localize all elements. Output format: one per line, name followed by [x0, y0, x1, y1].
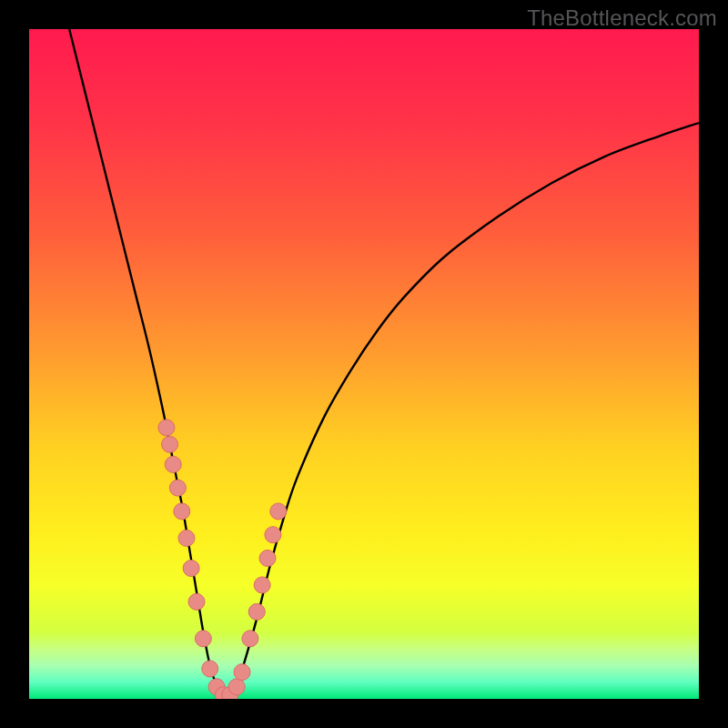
sample-point — [234, 664, 250, 681]
outer-frame: TheBottleneck.com — [0, 0, 728, 728]
sample-point — [270, 503, 287, 520]
sample-point — [248, 603, 265, 620]
sample-point — [174, 503, 190, 520]
bottleneck-chart — [29, 29, 699, 699]
gradient-background — [29, 29, 699, 699]
sample-point — [165, 456, 181, 472]
sample-point — [254, 577, 270, 593]
sample-point — [259, 550, 276, 566]
sample-point — [242, 631, 258, 647]
chart-area — [29, 29, 699, 699]
sample-point — [183, 560, 199, 576]
sample-point — [188, 593, 205, 610]
sample-point — [265, 527, 281, 543]
sample-point — [169, 480, 186, 496]
watermark-text: TheBottleneck.com — [527, 5, 717, 31]
sample-point — [178, 530, 195, 546]
sample-point — [162, 436, 178, 452]
sample-point — [158, 420, 175, 436]
sample-point — [195, 631, 211, 647]
sample-point — [228, 679, 245, 695]
sample-point — [202, 661, 218, 677]
